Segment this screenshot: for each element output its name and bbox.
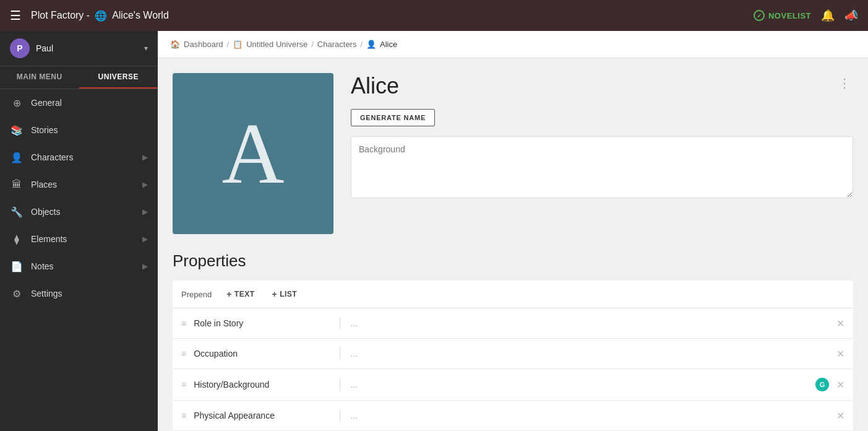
property-divider [340, 347, 340, 360]
globe-icon: 🌐 [95, 10, 107, 22]
add-list-label: LIST [280, 290, 297, 298]
chevron-right-icon: ▶ [142, 153, 148, 162]
avatar: P [10, 38, 30, 58]
property-value[interactable]: ... [350, 349, 829, 359]
hamburger-menu[interactable]: ☰ [10, 8, 21, 23]
drag-handle-icon[interactable]: ≡ [181, 318, 186, 328]
breadcrumb: 🏠 Dashboard / 📋 Untitled Universe / Char… [158, 31, 868, 58]
check-circle-icon: ✓ [754, 10, 765, 21]
objects-icon: 🔧 [10, 205, 24, 219]
character-avatar-block[interactable]: A [173, 73, 333, 234]
property-divider [340, 317, 340, 329]
table-row: ≡ History/Background ... G ✕ [173, 369, 853, 401]
stories-icon: 📚 [10, 123, 24, 137]
sidebar-item-objects[interactable]: 🔧 Objects ▶ [0, 198, 158, 225]
sidebar-item-label: Settings [31, 289, 148, 298]
add-text-button[interactable]: + TEXT [221, 287, 259, 302]
prepend-label: Prepend [181, 290, 212, 299]
main-content: 🏠 Dashboard / 📋 Untitled Universe / Char… [158, 31, 868, 431]
topbar-actions: ✓ NOVELIST 🔔 📣 [754, 9, 858, 22]
character-header-area: A Alice ⋮ GENERATE NAME [173, 73, 853, 234]
property-value[interactable]: ... [350, 318, 829, 328]
breadcrumb-separator: / [360, 40, 363, 49]
properties-title: Properties [173, 251, 853, 271]
generate-name-button[interactable]: GENERATE NAME [351, 109, 435, 126]
plus-icon: + [226, 289, 232, 299]
breadcrumb-universe[interactable]: Untitled Universe [246, 40, 307, 49]
drag-handle-icon[interactable]: ≡ [181, 349, 186, 359]
character-avatar-letter: A [221, 110, 284, 197]
sidebar-item-label: Characters [31, 152, 142, 162]
properties-section: Properties Prepend + TEXT + LIST [173, 251, 853, 431]
novelist-label: NOVELIST [768, 11, 811, 20]
sidebar-item-characters[interactable]: 👤 Characters ▶ [0, 144, 158, 171]
bell-icon[interactable]: 🔔 [821, 9, 835, 22]
background-textarea[interactable] [351, 136, 853, 198]
property-name: History/Background [194, 380, 330, 390]
tab-universe[interactable]: UNIVERSE [79, 66, 158, 89]
drag-handle-icon[interactable]: ≡ [181, 411, 186, 420]
more-options-icon[interactable]: ⋮ [836, 73, 853, 93]
property-name: Role in Story [194, 318, 330, 328]
breadcrumb-characters[interactable]: Characters [317, 40, 357, 49]
sidebar-item-notes[interactable]: 📄 Notes ▶ [0, 253, 158, 280]
username: Paul [36, 43, 144, 53]
sidebar-user[interactable]: P Paul ▾ [0, 31, 158, 66]
sidebar-item-stories[interactable]: 📚 Stories [0, 116, 158, 144]
property-name: Occupation [194, 349, 330, 359]
breadcrumb-dashboard[interactable]: Dashboard [184, 40, 223, 49]
novelist-badge: ✓ NOVELIST [754, 10, 811, 21]
sidebar-item-general[interactable]: ⊕ General [0, 89, 158, 116]
close-icon[interactable]: ✕ [836, 410, 844, 422]
universe-icon: 📋 [233, 40, 243, 49]
character-info: Alice ⋮ GENERATE NAME [351, 73, 853, 201]
topbar-title: Plot Factory - 🌐 Alice's World [31, 10, 754, 22]
sidebar-item-label: Elements [31, 234, 142, 244]
breadcrumb-current: Alice [380, 40, 397, 49]
property-divider [340, 409, 340, 422]
megaphone-icon[interactable]: 📣 [844, 9, 858, 22]
close-icon[interactable]: ✕ [836, 348, 844, 360]
table-row: ≡ Role in Story ... ✕ [173, 308, 853, 339]
add-list-button[interactable]: + LIST [267, 287, 303, 302]
property-value[interactable]: ... [350, 411, 829, 420]
property-name: Physical Appearance [194, 411, 330, 420]
chevron-right-icon: ▶ [142, 235, 148, 243]
settings-icon: ⚙ [10, 287, 24, 300]
property-value[interactable]: ... [350, 380, 808, 390]
close-icon[interactable]: ✕ [836, 318, 844, 329]
sidebar-item-label: Stories [31, 125, 148, 135]
drag-handle-icon[interactable]: ≡ [181, 380, 186, 390]
app-layout: P Paul ▾ MAIN MENU UNIVERSE ⊕ General 📚 … [0, 31, 868, 431]
sidebar-item-settings[interactable]: ⚙ Settings [0, 280, 158, 307]
chevron-right-icon: ▶ [142, 262, 148, 271]
notes-icon: 📄 [10, 259, 24, 273]
general-icon: ⊕ [10, 96, 24, 110]
sidebar-item-label: Places [31, 180, 142, 189]
property-divider [340, 378, 340, 391]
sidebar-item-label: Objects [31, 207, 142, 217]
character-title-row: Alice ⋮ [351, 73, 853, 99]
plus-icon: + [272, 289, 278, 299]
character-name: Alice [351, 73, 399, 99]
character-page: A Alice ⋮ GENERATE NAME Properties Prepe… [158, 58, 868, 431]
sidebar-item-label: General [31, 98, 148, 108]
tab-main-menu[interactable]: MAIN MENU [0, 66, 79, 89]
chevron-right-icon: ▶ [142, 207, 148, 216]
chevron-down-icon: ▾ [144, 44, 148, 53]
sidebar-item-places[interactable]: 🏛 Places ▶ [0, 171, 158, 198]
sidebar-menu: ⊕ General 📚 Stories 👤 Characters ▶ 🏛 Pla… [0, 89, 158, 431]
character-icon: 👤 [366, 40, 376, 49]
properties-toolbar: Prepend + TEXT + LIST [173, 281, 853, 308]
topbar: ☰ Plot Factory - 🌐 Alice's World ✓ NOVEL… [0, 0, 868, 31]
elements-icon: ⧫ [10, 232, 24, 246]
breadcrumb-separator: / [311, 40, 314, 49]
breadcrumb-separator: / [227, 40, 230, 49]
properties-table: Prepend + TEXT + LIST ≡ Role in St [173, 281, 853, 431]
places-icon: 🏛 [10, 178, 24, 191]
sidebar-item-elements[interactable]: ⧫ Elements ▶ [0, 225, 158, 253]
close-icon[interactable]: ✕ [836, 379, 844, 391]
world-name: Alice's World [112, 10, 169, 21]
add-text-label: TEXT [234, 290, 255, 298]
home-icon: 🏠 [170, 40, 180, 49]
